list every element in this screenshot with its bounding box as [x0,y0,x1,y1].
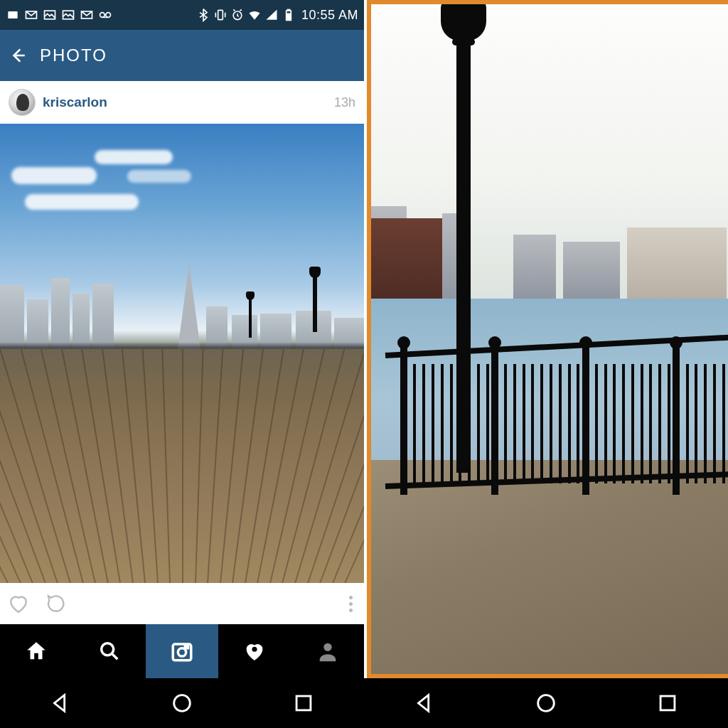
system-nav [0,678,364,728]
mail2-icon [80,8,94,22]
battery-icon [282,8,296,22]
tab-activity[interactable] [218,624,291,678]
nav-back[interactable] [412,691,437,715]
zoom-photo[interactable] [371,4,728,674]
zoom-frame [367,0,728,678]
post-photo[interactable] [0,124,364,583]
signal-icon [264,8,279,22]
system-nav-right [364,678,728,728]
tab-search[interactable] [73,624,145,678]
svg-rect-7 [218,10,223,19]
nav-recent[interactable] [655,691,680,715]
page-title: PHOTO [40,46,107,65]
svg-rect-0 [8,11,17,18]
comment-button[interactable] [46,592,68,615]
vibrate-icon [213,8,228,22]
svg-rect-15 [185,646,188,648]
avatar[interactable] [9,89,36,116]
notify-icon [6,8,20,22]
app-bar: PHOTO [0,30,364,81]
svg-point-16 [252,647,257,652]
image-icon [43,8,57,22]
svg-point-18 [174,695,191,712]
phone-right [364,0,728,728]
nav-recent[interactable] [291,691,316,715]
post-header: kriscarlon 13h [0,81,364,124]
svg-rect-10 [287,10,289,11]
post-time: 13h [334,95,355,110]
wifi-icon [247,8,262,22]
svg-rect-11 [287,14,290,19]
nav-home[interactable] [170,691,194,715]
bluetooth-icon [196,8,210,22]
voicemail-icon [98,8,112,22]
svg-point-20 [538,695,555,712]
tab-camera[interactable] [146,624,218,678]
tab-profile[interactable] [291,624,364,678]
svg-rect-21 [660,696,675,710]
back-icon[interactable] [9,46,40,65]
nav-home[interactable] [534,691,558,715]
nav-back[interactable] [48,691,73,715]
tab-home[interactable] [0,624,73,678]
svg-point-5 [100,13,105,18]
tab-bar [0,624,364,678]
svg-point-6 [106,13,111,18]
more-button[interactable] [349,596,357,612]
status-time: 10:55 AM [301,8,358,23]
post-actions [0,583,364,624]
svg-point-17 [323,643,331,651]
phone-left: 10:55 AM PHOTO kriscarlon 13h [0,0,364,728]
status-bar: 10:55 AM [0,0,364,30]
image2-icon [61,8,75,22]
alarm-icon [230,8,245,22]
username[interactable]: kriscarlon [43,95,107,110]
like-button[interactable] [7,592,30,615]
svg-rect-19 [296,696,311,710]
svg-point-12 [101,643,113,655]
mail-icon [24,8,38,22]
